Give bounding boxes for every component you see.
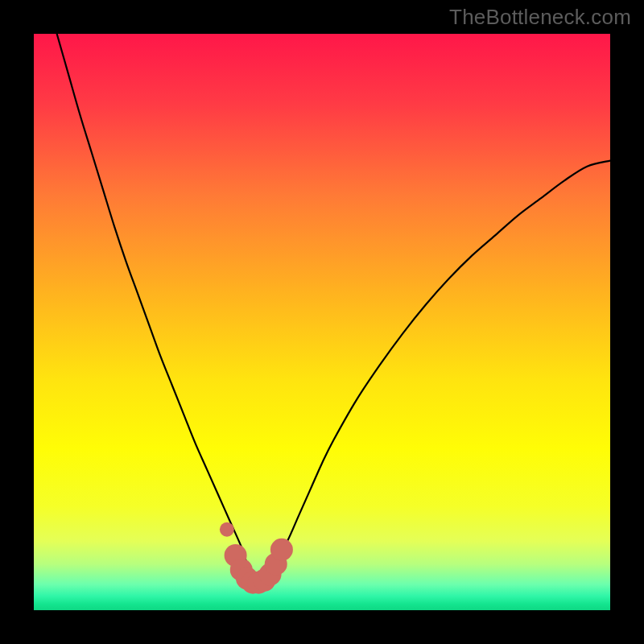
chart-frame: TheBottleneck.com xyxy=(0,0,644,644)
optimal-range-markers xyxy=(34,34,610,610)
watermark-text: TheBottleneck.com xyxy=(449,5,631,30)
plot-area xyxy=(34,34,610,610)
